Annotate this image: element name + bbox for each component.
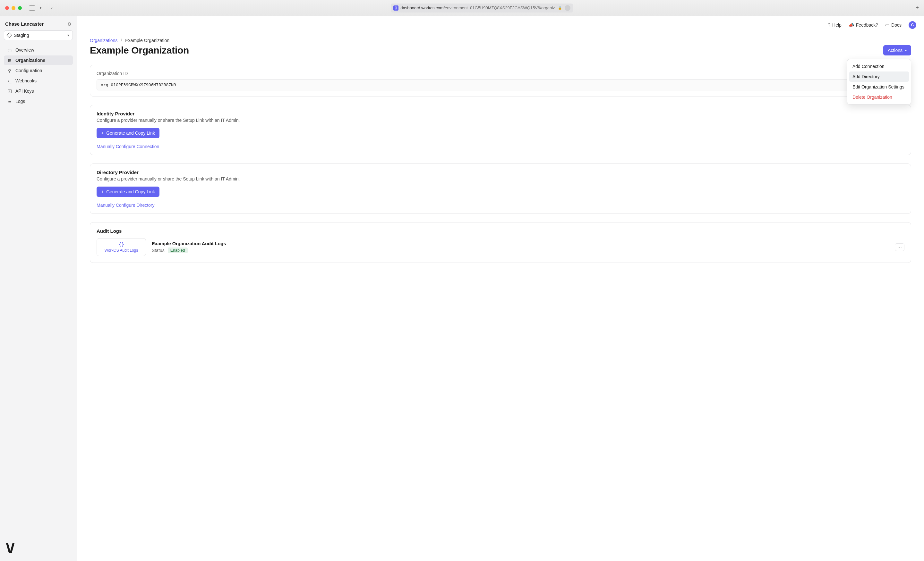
help-link[interactable]: ? Help xyxy=(828,22,842,28)
plus-icon: + xyxy=(101,130,104,136)
directory-button-label: Generate and Copy Link xyxy=(106,189,155,194)
book-icon: ▭ xyxy=(885,22,890,28)
new-tab-icon[interactable]: + xyxy=(915,4,919,11)
help-icon: ? xyxy=(828,22,830,28)
identity-manual-link[interactable]: Manually Configure Connection xyxy=(97,144,159,149)
directory-desc: Configure a provider manually or share t… xyxy=(97,176,904,181)
sidebar-item-label: API Keys xyxy=(15,88,34,94)
window-controls xyxy=(5,6,22,10)
sidebar-item-configuration[interactable]: ⚲ Configuration xyxy=(4,66,73,75)
audit-logs-card: Audit Logs { } WorkOS Audit Logs Example… xyxy=(90,222,911,263)
breadcrumb: Organizations / Example Organization xyxy=(90,38,911,43)
sidebar-item-webhooks[interactable]: ›_ Webhooks xyxy=(4,76,73,85)
sidebar-item-label: Organizations xyxy=(15,58,45,63)
docs-label: Docs xyxy=(891,22,902,28)
key-icon: ⚿ xyxy=(7,89,12,94)
audit-more-button[interactable]: ⋯ xyxy=(895,243,904,251)
feedback-link[interactable]: 📣 Feedback? xyxy=(849,22,878,28)
sidebar: Chase Lancaster ⚙ Staging ▾ ▢ Overview ⊞… xyxy=(0,16,77,561)
identity-button-label: Generate and Copy Link xyxy=(106,130,155,136)
browser-chrome: ▾ ‹ ⟨⟩ dashboard.workos.com/environment_… xyxy=(0,0,924,16)
sidebar-item-label: Logs xyxy=(15,99,25,104)
user-name: Chase Lancaster xyxy=(5,21,44,27)
url-bar[interactable]: ⟨⟩ dashboard.workos.com/environment_01G5… xyxy=(391,3,573,12)
sidebar-item-logs[interactable]: ≣ Logs xyxy=(4,96,73,106)
status-badge: Enabled xyxy=(168,247,188,253)
directory-generate-button[interactable]: + Generate and Copy Link xyxy=(97,187,159,197)
actions-label: Actions xyxy=(888,48,903,53)
minimize-window-icon[interactable] xyxy=(12,6,15,10)
back-arrow-icon[interactable]: ‹ xyxy=(51,5,52,11)
identity-title: Identity Provider xyxy=(97,111,904,117)
audit-status-label: Status xyxy=(152,248,165,253)
sidebar-item-label: Overview xyxy=(15,48,34,52)
audit-heading: Audit Logs xyxy=(97,228,904,234)
audit-info: Example Organization Audit Logs Status E… xyxy=(152,241,226,253)
main-area: ? Help 📣 Feedback? ▭ Docs C Organization… xyxy=(77,16,924,561)
url-text: dashboard.workos.com/environment_01G5H99… xyxy=(400,6,555,10)
maximize-window-icon[interactable] xyxy=(18,6,22,10)
audit-tile-label: WorkOS Audit Logs xyxy=(105,248,138,253)
dropdown-delete-org[interactable]: Delete Organization xyxy=(849,92,909,102)
ellipsis-icon: ⋯ xyxy=(897,245,902,250)
content: Organizations / Example Organization Exa… xyxy=(77,34,924,284)
org-id-card: Organization ID xyxy=(90,65,911,96)
close-window-icon[interactable] xyxy=(5,6,9,10)
identity-provider-card: Identity Provider Configure a provider m… xyxy=(90,105,911,155)
identity-desc: Configure a provider manually or share t… xyxy=(97,118,904,123)
url-domain: dashboard.workos.com xyxy=(400,6,443,10)
site-favicon-icon: ⟨⟩ xyxy=(393,6,399,10)
docs-link[interactable]: ▭ Docs xyxy=(885,22,902,28)
more-icon[interactable]: ⋯ xyxy=(565,5,570,11)
braces-icon: { } xyxy=(119,242,123,247)
megaphone-icon: 📣 xyxy=(849,22,854,28)
gear-icon[interactable]: ⚙ xyxy=(68,21,72,27)
actions-button[interactable]: Actions ▾ xyxy=(883,45,911,55)
sidebar-footer xyxy=(4,540,73,556)
list-icon: ≣ xyxy=(7,99,12,104)
audit-tile[interactable]: { } WorkOS Audit Logs xyxy=(97,238,146,256)
sidebar-item-api-keys[interactable]: ⚿ API Keys xyxy=(4,86,73,96)
sidebar-header: Chase Lancaster ⚙ xyxy=(4,21,73,27)
terminal-icon: ›_ xyxy=(7,79,12,83)
sidebar-item-overview[interactable]: ▢ Overview xyxy=(4,45,73,55)
feedback-label: Feedback? xyxy=(856,22,878,28)
cube-icon xyxy=(7,33,12,38)
actions-dropdown: Add Connection Add Directory Edit Organi… xyxy=(847,59,911,105)
sliders-icon: ⚲ xyxy=(7,68,12,73)
sidebar-item-label: Configuration xyxy=(15,68,42,73)
audit-status-row: Status Enabled xyxy=(152,247,226,253)
chevron-down-icon[interactable]: ▾ xyxy=(40,6,41,10)
directory-provider-card: Directory Provider Configure a provider … xyxy=(90,163,911,214)
identity-generate-button[interactable]: + Generate and Copy Link xyxy=(97,128,159,138)
audit-row: { } WorkOS Audit Logs Example Organizati… xyxy=(97,238,904,256)
page-head: Example Organization Actions ▾ Add Conne… xyxy=(90,45,911,56)
org-id-input[interactable] xyxy=(97,79,904,90)
breadcrumb-root[interactable]: Organizations xyxy=(90,38,117,43)
top-bar: ? Help 📣 Feedback? ▭ Docs C xyxy=(77,16,924,34)
help-label: Help xyxy=(832,22,842,28)
grid-icon: ⊞ xyxy=(7,58,12,63)
dropdown-add-directory[interactable]: Add Directory xyxy=(849,72,909,82)
bookmark-icon: ▢ xyxy=(7,48,12,52)
directory-title: Directory Provider xyxy=(97,170,904,175)
directory-manual-link[interactable]: Manually Configure Directory xyxy=(97,203,154,208)
breadcrumb-current: Example Organization xyxy=(125,38,170,43)
page-title: Example Organization xyxy=(90,45,189,56)
lock-icon[interactable]: 🔒 xyxy=(557,5,563,11)
plus-icon: + xyxy=(101,189,104,194)
org-id-label: Organization ID xyxy=(97,71,904,76)
avatar-initial: C xyxy=(911,23,914,27)
workos-logo-icon xyxy=(5,543,16,553)
dropdown-add-connection[interactable]: Add Connection xyxy=(849,61,909,72)
sidebar-toggle-icon[interactable] xyxy=(29,6,35,10)
avatar[interactable]: C xyxy=(909,21,916,29)
dropdown-edit-org-settings[interactable]: Edit Organization Settings xyxy=(849,82,909,92)
sidebar-item-organizations[interactable]: ⊞ Organizations xyxy=(4,55,73,65)
chevron-down-icon: ▾ xyxy=(905,49,907,52)
sidebar-item-label: Webhooks xyxy=(15,78,37,83)
environment-selector[interactable]: Staging ▾ xyxy=(4,30,73,40)
url-path: /environment_01G5H99MZQ8XS29EJCASWQ15V6/… xyxy=(444,6,555,10)
breadcrumb-separator: / xyxy=(121,38,122,43)
audit-item-title: Example Organization Audit Logs xyxy=(152,241,226,246)
